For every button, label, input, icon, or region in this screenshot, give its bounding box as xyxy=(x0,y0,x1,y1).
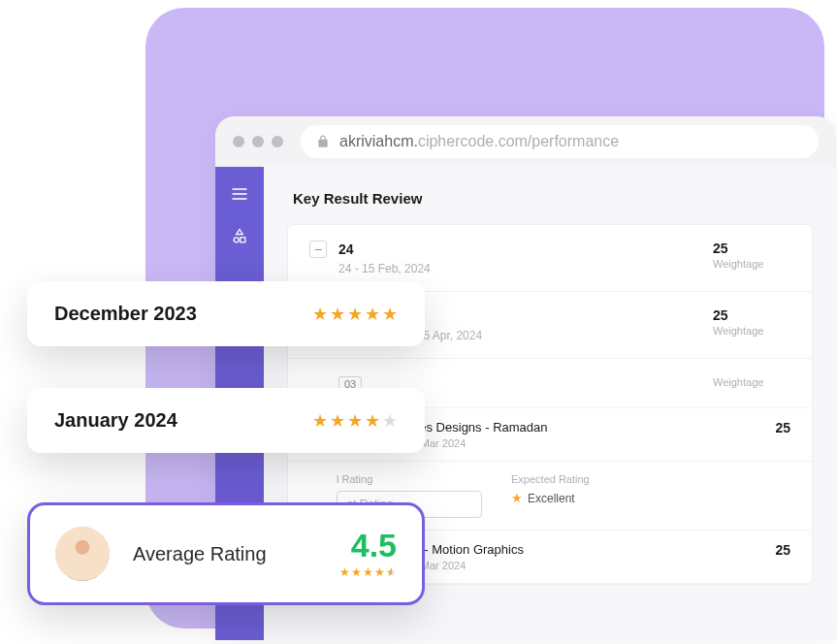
kr-title: 24 xyxy=(338,242,354,257)
star-icon: ★ xyxy=(312,410,328,432)
expected-rating-value: ★ Excellent xyxy=(511,491,590,505)
expected-rating-label: Expected Rating xyxy=(511,473,590,485)
page-title: Key Result Review xyxy=(293,190,813,207)
weight-value: 25 xyxy=(713,307,790,323)
average-value: 4.5 xyxy=(339,529,397,562)
browser-toolbar: akriviahcm.ciphercode.com/performance xyxy=(215,116,836,167)
star-icon: ★ xyxy=(382,410,398,432)
star-icon: ★ xyxy=(374,565,385,579)
star-icon: ★ xyxy=(330,304,345,325)
star-rating: ★ ★ ★ ★ ★ xyxy=(312,304,398,325)
month-rating-card: January 2024 ★ ★ ★ ★ ★ xyxy=(27,388,425,453)
star-icon: ★ xyxy=(386,565,397,579)
svg-marker-3 xyxy=(237,230,243,235)
month-label: December 2023 xyxy=(54,303,197,325)
kr-dates: 24 - 15 Feb, 2024 xyxy=(338,262,713,275)
weight-label: Weightage xyxy=(713,325,790,337)
maximize-dot[interactable] xyxy=(272,136,283,147)
weight-label: Weightage xyxy=(713,376,790,388)
star-icon: ★ xyxy=(330,410,345,432)
svg-point-4 xyxy=(234,238,239,242)
avatar xyxy=(55,527,110,581)
average-rating-card: Average Rating 4.5 ★ ★ ★ ★ ★ xyxy=(27,502,425,605)
star-icon: ★ xyxy=(365,410,380,432)
self-rating-label: l Rating xyxy=(337,473,482,485)
average-label: Average Rating xyxy=(133,543,267,565)
star-icon: ★ xyxy=(511,491,523,505)
star-icon: ★ xyxy=(347,304,363,325)
star-icon: ★ xyxy=(339,565,350,579)
weight-value: 25 xyxy=(713,241,790,256)
mini-star-rating: ★ ★ ★ ★ ★ xyxy=(339,565,397,579)
star-icon: ★ xyxy=(351,565,362,579)
weight-value: 25 xyxy=(775,542,790,558)
star-icon: ★ xyxy=(363,565,373,579)
star-icon: ★ xyxy=(312,304,328,325)
shapes-icon[interactable] xyxy=(230,227,249,246)
traffic-lights xyxy=(233,136,283,147)
collapse-toggle[interactable]: − xyxy=(309,241,327,258)
month-rating-card: December 2023 ★ ★ ★ ★ ★ xyxy=(27,281,425,346)
hamburger-icon[interactable] xyxy=(230,184,249,204)
minimize-dot[interactable] xyxy=(252,136,264,147)
address-bar[interactable]: akriviahcm.ciphercode.com/performance xyxy=(301,125,819,158)
svg-rect-5 xyxy=(241,238,245,242)
lock-icon xyxy=(316,135,330,148)
star-icon: ★ xyxy=(347,410,363,432)
month-label: January 2024 xyxy=(54,409,177,432)
weight-label: Weightage xyxy=(713,258,790,270)
star-icon: ★ xyxy=(382,304,398,325)
close-dot[interactable] xyxy=(233,136,244,147)
star-icon: ★ xyxy=(365,304,380,325)
star-rating: ★ ★ ★ ★ ★ xyxy=(312,410,398,432)
weight-value: 25 xyxy=(775,420,790,435)
url-text: akriviahcm.ciphercode.com/performance xyxy=(339,133,619,150)
